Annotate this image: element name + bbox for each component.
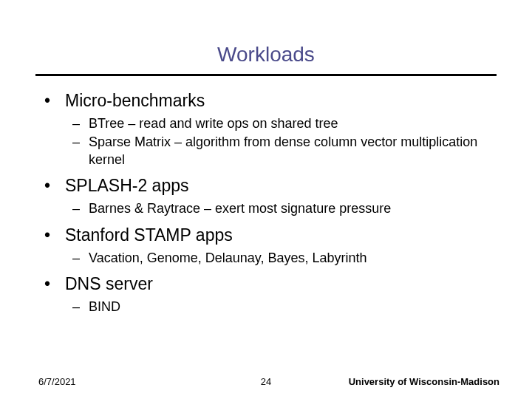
sub-item: – Vacation, Genome, Delaunay, Bayes, Lab…: [72, 250, 489, 267]
sub-list: – BIND: [43, 299, 489, 316]
bullet-label: Stanford STAMP apps: [65, 224, 233, 247]
sub-label: Sparse Matrix – algorithm from dense col…: [89, 134, 489, 168]
bullet-icon: •: [43, 89, 65, 112]
slide: Workloads • Micro-benchmarks – BTree – r…: [0, 0, 532, 399]
dash-icon: –: [72, 299, 89, 316]
sub-list: – Barnes & Raytrace – exert most signatu…: [43, 200, 489, 217]
dash-icon: –: [72, 115, 89, 132]
slide-title: Workloads: [0, 0, 532, 74]
bullet-label: SPLASH-2 apps: [65, 174, 188, 197]
bullet-list: • Micro-benchmarks – BTree – read and wr…: [43, 89, 489, 316]
footer-organization: University of Wisconsin-Madison: [349, 376, 499, 387]
sub-list: – BTree – read and write ops on shared t…: [43, 115, 489, 168]
sub-item: – Barnes & Raytrace – exert most signatu…: [72, 200, 489, 217]
dash-icon: –: [72, 250, 89, 267]
dash-icon: –: [72, 200, 89, 217]
sub-label: BIND: [89, 299, 120, 316]
sub-label: Vacation, Genome, Delaunay, Bayes, Labyr…: [89, 250, 367, 267]
sub-item: – BTree – read and write ops on shared t…: [72, 115, 489, 132]
title-underline: [35, 74, 497, 76]
bullet-icon: •: [43, 174, 65, 197]
sub-item: – BIND: [72, 299, 489, 316]
footer: 6/7/2021 24 University of Wisconsin-Madi…: [0, 376, 532, 387]
sub-label: BTree – read and write ops on shared tre…: [89, 115, 338, 132]
sub-list: – Vacation, Genome, Delaunay, Bayes, Lab…: [43, 250, 489, 267]
dash-icon: –: [72, 134, 89, 151]
bullet-label: Micro-benchmarks: [65, 89, 205, 112]
bullet-label: DNS server: [65, 273, 153, 296]
footer-page-number: 24: [261, 376, 271, 387]
sub-label: Barnes & Raytrace – exert most signature…: [89, 200, 391, 217]
content-area: • Micro-benchmarks – BTree – read and wr…: [0, 89, 532, 316]
list-item: • Stanford STAMP apps – Vacation, Genome…: [43, 224, 489, 267]
bullet-icon: •: [43, 224, 65, 247]
list-item: • Micro-benchmarks – BTree – read and wr…: [43, 89, 489, 168]
footer-date: 6/7/2021: [38, 376, 76, 387]
bullet-icon: •: [43, 273, 65, 296]
sub-item: – Sparse Matrix – algorithm from dense c…: [72, 134, 489, 168]
list-item: • DNS server – BIND: [43, 273, 489, 316]
list-item: • SPLASH-2 apps – Barnes & Raytrace – ex…: [43, 174, 489, 217]
